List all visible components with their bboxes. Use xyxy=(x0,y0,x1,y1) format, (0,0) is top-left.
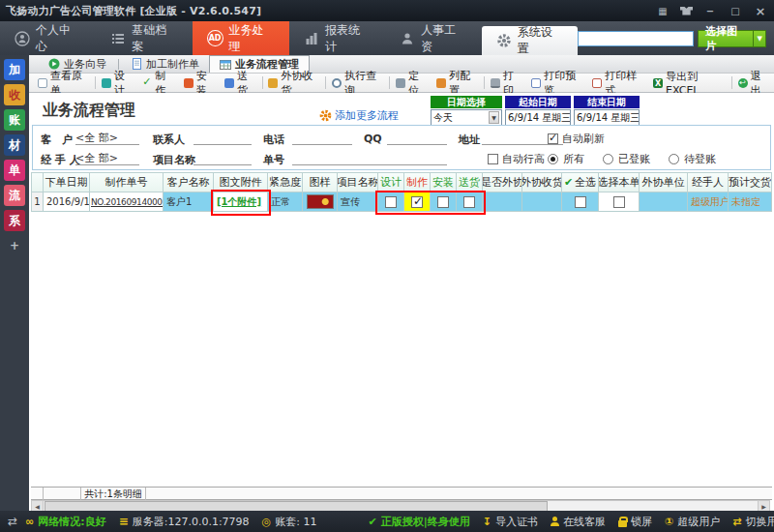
toolbar-design-button[interactable]: 设计 xyxy=(97,74,137,92)
column-header-urgency[interactable]: 紧急度 xyxy=(268,172,303,192)
cell-install[interactable] xyxy=(431,192,457,212)
select-image-button[interactable]: 选择图片 xyxy=(698,30,755,47)
sidebar-tab-8[interactable]: + xyxy=(4,235,25,256)
design-checkbox[interactable] xyxy=(385,196,397,208)
toolbar-make-check-button[interactable]: 制作 xyxy=(137,74,178,92)
minimize-icon[interactable] xyxy=(702,6,718,16)
column-header-select-this[interactable]: 选择本单 xyxy=(599,172,640,192)
toolbar-export-excel-button[interactable]: 导出到EXCEL xyxy=(648,74,730,92)
add-more-flows-link[interactable]: 添加更多流程 xyxy=(319,108,399,123)
auto-refresh-checkbox[interactable] xyxy=(548,133,558,144)
cell-sample[interactable] xyxy=(303,192,338,212)
phone-input[interactable] xyxy=(292,131,352,145)
sidebar-tab-4[interactable]: 材 xyxy=(4,134,25,156)
toolbar-outsource-receive-button[interactable]: 外协收货 xyxy=(263,74,324,92)
column-header-outsource-receive[interactable]: 外协收货 xyxy=(522,172,562,192)
column-header-order-no[interactable]: 制作单号 xyxy=(90,172,164,192)
sidebar-tab-7[interactable]: 系 xyxy=(4,210,25,231)
order-no-input[interactable] xyxy=(292,151,447,165)
toolbar-delivery-button[interactable]: 送货 xyxy=(220,74,260,92)
column-header-design[interactable]: 设计 xyxy=(378,172,404,192)
nav-item-personal-center[interactable]: 个人中心 xyxy=(0,21,96,55)
toolbar-print-preview-button[interactable]: 打印预览 xyxy=(526,74,587,92)
radio-all[interactable] xyxy=(548,154,558,164)
scroll-right-arrow-icon[interactable] xyxy=(758,501,769,511)
toolbar-print-style-button[interactable]: 打印样式 xyxy=(587,74,648,92)
install-checkbox[interactable] xyxy=(437,196,449,208)
auto-row-height-option[interactable]: 自动行高 xyxy=(488,152,545,166)
customer-input[interactable]: <全 部> xyxy=(75,131,139,145)
maximize-icon[interactable] xyxy=(728,6,743,16)
start-date-dropdown[interactable]: 6/9/14 星期三 xyxy=(505,109,571,126)
column-header-is-outsourced[interactable]: 是否外协 xyxy=(483,172,522,192)
sidebar-tab-6[interactable]: 流 xyxy=(4,185,25,206)
sidebar-tab-5[interactable]: 单 xyxy=(4,160,25,181)
cell-deliver[interactable] xyxy=(457,192,483,212)
select-all-checkbox[interactable] xyxy=(575,196,586,208)
toolbar-exit-button[interactable]: 退出 xyxy=(733,74,774,92)
toolbar-print-button[interactable]: 打印 xyxy=(486,74,526,92)
radio-pending[interactable] xyxy=(669,154,679,164)
dropdown-arrow-icon[interactable] xyxy=(489,111,499,124)
calendar-icon[interactable] xyxy=(655,6,670,16)
toolbar-column-config-button[interactable]: 列配置 xyxy=(432,74,483,92)
close-icon[interactable] xyxy=(753,4,768,18)
lock-screen-button[interactable]: 锁屏 xyxy=(618,515,652,529)
nav-item-business-processing[interactable]: AD 业务处理 xyxy=(193,21,289,55)
auto-row-height-checkbox[interactable] xyxy=(488,154,498,164)
qq-input[interactable] xyxy=(387,131,447,145)
cell-make[interactable] xyxy=(404,192,431,212)
toolbar-view-original-button[interactable]: 查看原单 xyxy=(33,74,94,92)
handler-input[interactable]: <全 部> xyxy=(75,151,139,165)
cell-order-no[interactable]: NO.201609140001 xyxy=(90,192,164,212)
column-header-install[interactable]: 安装 xyxy=(431,172,457,192)
toolbar-locate-button[interactable]: 定位 xyxy=(391,74,432,92)
auto-refresh-option[interactable]: 自动刷新 xyxy=(548,132,605,146)
cell-attachment[interactable]: [1个附件] xyxy=(214,192,268,212)
scrollbar-thumb[interactable] xyxy=(45,501,548,511)
end-date-dropdown[interactable]: 6/9/14 星期三 xyxy=(574,109,640,126)
scroll-left-arrow-icon[interactable] xyxy=(32,501,44,511)
current-user[interactable]: 超级用户 xyxy=(665,515,720,529)
column-header-select-all[interactable]: 全选 xyxy=(562,172,599,192)
switch-user-button[interactable]: 切换用户 xyxy=(732,515,774,529)
column-header-make[interactable]: 制作 xyxy=(404,172,431,192)
column-header-handler[interactable]: 经手人 xyxy=(688,172,729,192)
contact-input[interactable] xyxy=(194,131,252,145)
column-header-deliver[interactable]: 送货 xyxy=(457,172,483,192)
column-header-project[interactable]: 项目名称 xyxy=(338,172,378,192)
deliver-checkbox[interactable] xyxy=(463,196,475,208)
sidebar-tab-2[interactable]: 收 xyxy=(4,84,25,105)
select-image-dropdown-arrow-icon[interactable] xyxy=(754,30,766,47)
column-header-customer[interactable]: 客户名称 xyxy=(164,172,214,192)
toolbar-install-button[interactable]: 安装 xyxy=(179,74,220,92)
image-search-input[interactable] xyxy=(578,31,694,46)
make-checkbox[interactable] xyxy=(411,196,423,208)
column-header-sample[interactable]: 图样 xyxy=(303,172,338,192)
skin-icon[interactable] xyxy=(680,7,693,15)
cell-select-this[interactable] xyxy=(599,192,640,212)
order-no-link[interactable]: NO.201609140001 xyxy=(91,197,164,207)
nav-item-report-statistics[interactable]: 报表统计 xyxy=(289,21,385,55)
project-name-input[interactable] xyxy=(194,151,252,165)
column-header-order-date[interactable]: 下单日期 xyxy=(44,172,90,192)
nav-item-system-settings[interactable]: 系统设置 xyxy=(482,26,578,55)
sidebar-tab-1[interactable]: 加 xyxy=(4,59,25,80)
select-this-checkbox[interactable] xyxy=(613,196,625,208)
online-service-button[interactable]: 在线客服 xyxy=(551,515,606,529)
attachment-link[interactable]: [1个附件] xyxy=(217,195,261,209)
nav-item-hr-payroll[interactable]: 人事工资 xyxy=(385,21,481,55)
date-quick-dropdown[interactable]: 今天 xyxy=(431,109,502,126)
cell-design[interactable] xyxy=(378,192,404,212)
cell-select-all[interactable] xyxy=(562,192,599,212)
column-header-row-index[interactable] xyxy=(31,172,44,192)
column-header-expected-delivery[interactable]: 预计交货 xyxy=(729,172,772,192)
table-row[interactable]: 12016/9/14NO.201609140001客户1[1个附件]正常宣传超级… xyxy=(31,192,772,212)
horizontal-scrollbar[interactable] xyxy=(31,500,770,511)
toolbar-search-button[interactable]: 执行查询 xyxy=(327,74,388,92)
sidebar-tab-3[interactable]: 账 xyxy=(4,109,25,131)
import-certificate-button[interactable]: 导入证书 xyxy=(483,515,538,529)
column-header-attachment[interactable]: 图文附件 xyxy=(214,172,268,192)
sync-arrows-icon[interactable] xyxy=(8,515,17,528)
column-header-outsource-unit[interactable]: 外协单位 xyxy=(640,172,688,192)
